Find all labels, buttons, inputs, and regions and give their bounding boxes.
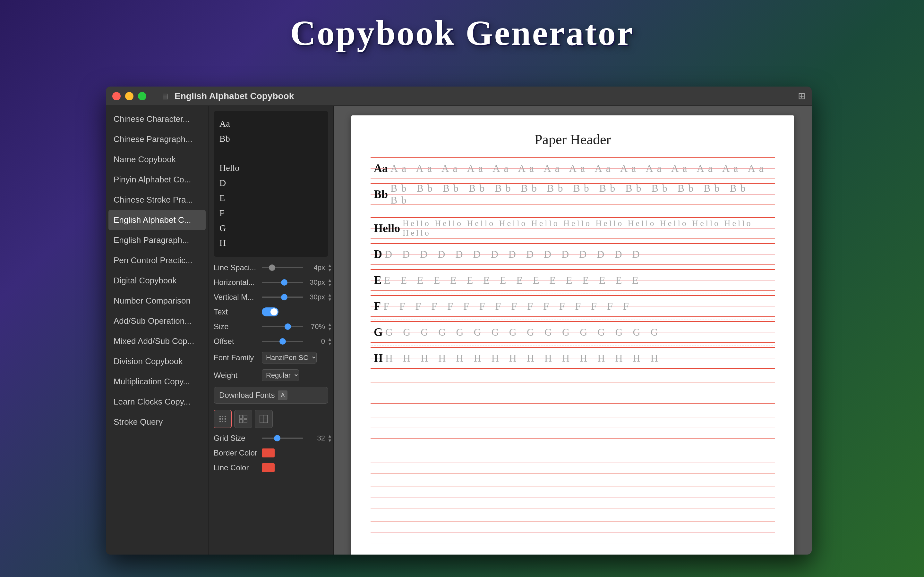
offset-stepper[interactable]: ▲ ▼ [328,337,332,346]
line-spacing-row: Line Spaci... 4px ▲ ▼ [214,263,328,272]
sidebar-item-mixed-add-sub[interactable]: Mixed Add/Sub Cop... [106,331,208,351]
border-color-label: Border Color [214,448,258,458]
size-down[interactable]: ▼ [328,327,332,331]
horizontal-down[interactable]: ▼ [328,282,332,287]
separator-d [371,268,775,268]
svg-rect-8 [225,421,226,422]
sidebar-item-chinese-paragraph[interactable]: Chinese Paragraph... [106,129,208,149]
row-content-hello: Hello Hello Hello Hello Hello Hello Hell… [371,218,775,239]
line-spacing-down[interactable]: ▼ [328,268,332,272]
offset-row: Offset 0 ▲ ▼ [214,337,328,346]
grid-option-large[interactable] [255,410,273,428]
font-family-row: Font Family HanziPen SC Kaiti SC [214,351,328,364]
close-button[interactable] [112,92,121,100]
line-spacing-slider[interactable] [262,267,303,268]
sidebar-item-multiplication[interactable]: Multiplication Copy... [106,372,208,392]
offset-down[interactable]: ▼ [328,342,332,346]
download-fonts-button[interactable]: Download Fonts A [214,387,328,404]
maximize-button[interactable] [138,92,146,100]
row-content-h: H H H H H H H H H H H H H H H H H [371,348,775,368]
svg-rect-5 [225,418,226,420]
horizontal-stepper[interactable]: ▲ ▼ [328,278,332,287]
control-panel: Aa Bb Hello D E F G H Line Spaci... 4px … [208,106,334,554]
vertical-stepper[interactable]: ▲ ▼ [328,293,332,301]
svg-rect-4 [222,418,223,420]
grid-option-medium[interactable] [234,410,252,428]
char-bold-d: D [374,247,382,261]
char-trace-hello: Hello Hello Hello Hello Hello Hello Hell… [403,219,772,238]
grid-size-slider[interactable] [262,438,303,439]
row-content-bb: Bb Bb Bb Bb Bb Bb Bb Bb Bb Bb Bb Bb Bb B… [371,184,775,205]
grid-size-up[interactable]: ▲ [328,434,332,438]
weight-select[interactable]: Regular Bold [262,369,299,381]
sidebar-item-add-sub[interactable]: Add/Sub Operation... [106,311,208,331]
sidebar-toggle-icon[interactable]: ▤ [162,92,169,100]
line-spacing-slider-container: 4px ▲ ▼ [262,263,332,272]
sidebar-item-division-copybook[interactable]: Division Copybook [106,351,208,372]
row-spacer-1 [371,208,775,218]
svg-rect-7 [222,421,223,422]
horizontal-row: Horizontal... 30px ▲ ▼ [214,278,328,287]
sidebar-item-stroke-query[interactable]: Stroke Query [106,412,208,432]
char-bold-bb: Bb [374,187,388,201]
size-slider[interactable] [262,326,303,327]
sidebar-item-chinese-stroke[interactable]: Chinese Stroke Pra... [106,190,208,210]
char-trace-f: F F F F F F F F F F F F F F F F [383,300,772,312]
download-fonts-label: Download Fonts [219,391,275,400]
sidebar-item-english-paragraph[interactable]: English Paragraph... [106,230,208,250]
sidebar-item-chinese-character[interactable]: Chinese Character... [106,109,208,129]
text-label: Text [214,308,258,316]
grid-size-down[interactable]: ▼ [328,438,332,443]
char-trace-h: H H H H H H H H H H H H H H H H [385,352,772,364]
offset-label: Offset [214,337,258,346]
sidebar-item-number-comparison[interactable]: Number Comparison [106,291,208,311]
horizontal-up[interactable]: ▲ [328,278,332,282]
offset-up[interactable]: ▲ [328,337,332,342]
line-color-row: Line Color [214,463,328,472]
char-bold-aa: Aa [374,161,388,175]
vertical-label: Vertical M... [214,293,258,301]
sidebar-item-name-copybook[interactable]: Name Copybook [106,149,208,169]
main-window: ▤ English Alphabet Copybook ⊞ Chinese Ch… [106,87,812,554]
text-toggle[interactable] [262,308,278,316]
sidebar-item-pen-control[interactable]: Pen Control Practic... [106,250,208,271]
svg-rect-3 [220,418,221,420]
preview-line-7: G [220,221,322,235]
minimize-button[interactable] [125,92,134,100]
sidebar-item-digital-copybook[interactable]: Digital Copybook [106,271,208,291]
size-stepper[interactable]: ▲ ▼ [328,322,332,331]
vertical-down[interactable]: ▼ [328,297,332,301]
font-family-select[interactable]: HanziPen SC Kaiti SC [262,351,317,364]
vertical-slider[interactable] [262,297,303,298]
svg-rect-6 [220,421,221,422]
vertical-up[interactable]: ▲ [328,293,332,297]
size-up[interactable]: ▲ [328,322,332,327]
sidebar-item-pinyin[interactable]: Pinyin Alphabet Co... [106,169,208,190]
text-toggle-row: Text [214,308,328,316]
empty-line-3 [371,442,775,475]
row-content-f: F F F F F F F F F F F F F F F F F [371,296,775,316]
border-color-swatch[interactable] [262,448,275,458]
line-color-label: Line Color [214,463,258,472]
preview-line-4: D [220,176,322,190]
grid-size-stepper[interactable]: ▲ ▼ [328,434,332,443]
offset-slider[interactable] [262,341,303,342]
line-spacing-up[interactable]: ▲ [328,263,332,268]
char-trace-d: D D D D D D D D D D D D D D D [384,248,772,260]
grid-view-icon[interactable]: ⊞ [798,91,805,101]
sidebar-item-learn-clocks[interactable]: Learn Clocks Copy... [106,392,208,412]
offset-value: 0 [306,337,325,346]
line-spacing-stepper[interactable]: ▲ ▼ [328,263,332,272]
sidebar-item-english-alphabet[interactable]: English Alphabet C... [108,210,206,230]
horizontal-slider[interactable] [262,282,303,283]
grid-selector [214,410,328,428]
vertical-value: 30px [306,293,325,301]
grid-option-dots[interactable] [214,410,232,428]
line-color-swatch[interactable] [262,463,275,472]
titlebar: ▤ English Alphabet Copybook ⊞ [106,87,812,106]
row-lines-g: G G G G G G G G G G G G G G G G G [371,321,775,343]
weight-row: Weight Regular Bold [214,369,328,381]
char-trace-e: E E E E E E E E E E E E E E E E [384,274,772,286]
copybook-row-h: H H H H H H H H H H H H H H H H H [371,347,775,369]
row-lines-h: H H H H H H H H H H H H H H H H H [371,347,775,369]
